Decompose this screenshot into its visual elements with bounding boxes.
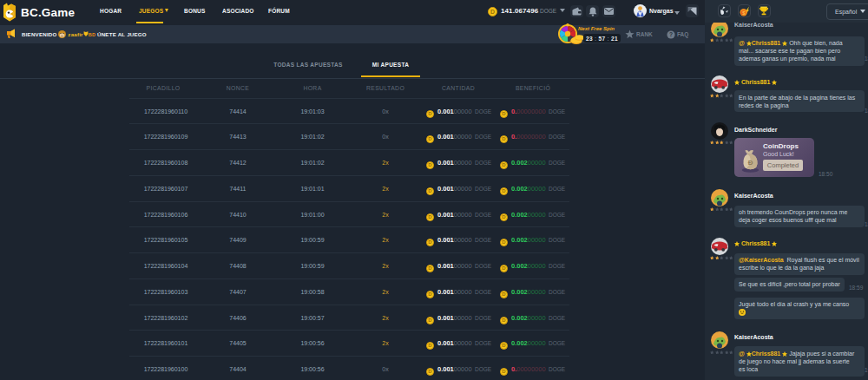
svg-text:?: ?: [669, 31, 673, 37]
svg-text:$: $: [742, 10, 745, 16]
svg-text:Đ: Đ: [748, 158, 753, 166]
